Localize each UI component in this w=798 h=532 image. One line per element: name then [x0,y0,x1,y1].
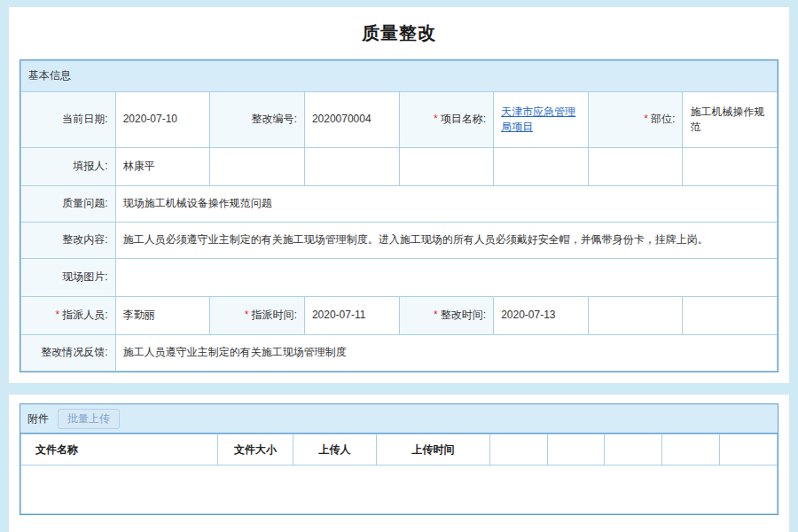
empty-cell [588,297,683,335]
site-photo-label: 现场图片: [21,259,116,297]
basic-info-section: 基本信息 当前日期: 2020-07-10 整改编号: 2020070004 *… [20,59,778,372]
upload-time-column-header: 上传时间 [376,434,489,466]
current-date-value: 2020-07-10 [115,92,210,148]
file-size-column-header: 文件大小 [217,434,293,466]
attachments-table: 文件名称 文件大小 上传人 上传时间 [20,434,778,514]
basic-info-table: 基本信息 当前日期: 2020-07-10 整改编号: 2020070004 *… [20,60,778,372]
assignee-value: 李勤丽 [115,297,210,335]
rectify-time-value: 2020-07-13 [494,297,589,335]
quality-issue-value: 现场施工机械设备操作规范问题 [115,186,777,223]
empty-cell [588,148,683,186]
rectify-time-label-text: 整改时间: [441,309,486,321]
rectify-time-label: *整改时间: [399,297,494,335]
empty-cell [399,148,494,186]
project-name-label: *项目名称: [399,92,494,148]
required-mark: * [434,113,438,125]
empty-cell [683,148,778,186]
empty-column-header [489,434,547,466]
basic-info-header: 基本信息 [21,61,778,92]
empty-column-header [605,434,662,466]
empty-column-header [662,434,720,466]
feedback-label: 整改情况反馈: [21,335,116,372]
empty-cell [304,148,399,186]
required-mark: * [644,113,648,125]
uploader-column-header: 上传人 [293,434,377,466]
empty-cell [494,148,589,186]
assignee-label-text: 指派人员: [62,309,107,321]
assign-time-label: *指派时间: [210,297,305,335]
rectify-no-label: 整改编号: [210,92,305,148]
position-label-text: 部位: [651,113,675,125]
project-name-cell: 天津市应急管理局项目 [494,92,589,148]
file-name-column-header: 文件名称 [21,434,218,466]
project-name-link[interactable]: 天津市应急管理局项目 [501,106,575,133]
project-name-label-text: 项目名称: [441,113,486,125]
rectify-content-value: 施工人员必须遵守业主制定的有关施工现场管理制度。进入施工现场的所有人员必须戴好安… [115,223,777,259]
assignee-label: *指派人员: [21,297,116,335]
attachments-section: 附件 批量上传 文件名称 文件大小 上传人 上传时间 [20,403,778,515]
attachments-header-bar: 附件 批量上传 [20,404,778,434]
attachments-header: 附件 [27,411,49,426]
quality-issue-label: 质量问题: [21,186,116,223]
required-mark: * [56,309,60,321]
empty-column-header [720,434,778,466]
assign-time-value: 2020-07-11 [304,297,399,335]
rectify-content-label: 整改内容: [21,223,116,259]
reporter-value: 林康平 [115,148,210,186]
current-date-label: 当前日期: [21,92,116,148]
batch-upload-button[interactable]: 批量上传 [58,409,120,429]
feedback-value: 施工人员遵守业主制定的有关施工现场管理制度 [115,335,777,372]
position-value: 施工机械操作规范 [683,92,778,148]
position-label: *部位: [588,92,683,148]
empty-column-header [547,434,605,466]
empty-cell [210,148,305,186]
main-panel: 质量整改 基本信息 当前日期: 2020-07-10 整改编号: 2020070… [9,7,789,383]
rectify-no-value: 2020070004 [304,92,399,148]
site-photo-value [115,259,777,297]
attachments-empty-area [21,466,778,514]
required-mark: * [245,309,249,321]
assign-time-label-text: 指派时间: [252,309,297,321]
empty-cell [683,297,778,335]
attachments-panel: 附件 批量上传 文件名称 文件大小 上传人 上传时间 [9,395,789,532]
page-title: 质量整改 [20,14,778,59]
reporter-label: 填报人: [21,148,116,186]
required-mark: * [434,309,438,321]
